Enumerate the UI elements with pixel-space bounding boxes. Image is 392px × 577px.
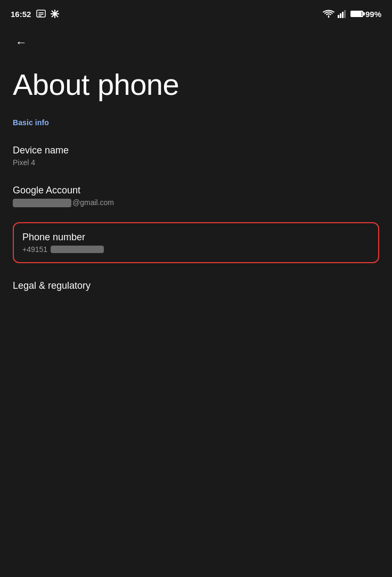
- back-arrow-icon: ←: [15, 36, 27, 50]
- page-title-section: About phone: [0, 64, 392, 118]
- svg-rect-3: [38, 15, 42, 17]
- email-suffix: @gmail.com: [72, 198, 114, 207]
- phone-prefix: +49151: [22, 245, 47, 254]
- sim-icon: [36, 10, 46, 18]
- device-name-title: Device name: [13, 145, 379, 156]
- email-blurred: [13, 199, 71, 207]
- google-account-title: Google Account: [13, 185, 379, 196]
- status-icons-left: [36, 9, 60, 19]
- svg-rect-2: [38, 14, 44, 15]
- battery-icon: [350, 11, 363, 17]
- content: Basic info Device name Pixel 4 Google Ac…: [0, 118, 392, 263]
- svg-rect-6: [342, 12, 344, 18]
- device-name-item[interactable]: Device name Pixel 4: [13, 140, 379, 177]
- wifi-icon: [323, 10, 334, 18]
- google-account-item[interactable]: Google Account @gmail.com: [13, 180, 379, 218]
- phone-blurred: [51, 246, 104, 253]
- google-account-email: @gmail.com: [13, 198, 379, 207]
- svg-rect-7: [344, 10, 346, 18]
- status-time: 16:52: [11, 10, 31, 19]
- svg-rect-4: [338, 15, 339, 18]
- battery-percent: 99%: [365, 10, 381, 19]
- device-name-value: Pixel 4: [13, 158, 379, 167]
- status-bar: 16:52: [0, 0, 392, 26]
- battery-container: 99%: [350, 10, 381, 19]
- phone-number-title: Phone number: [22, 232, 370, 243]
- phone-number-value: +49151: [22, 245, 370, 254]
- svg-rect-5: [340, 13, 341, 18]
- legal-item[interactable]: Legal & regulatory: [13, 280, 379, 291]
- phone-number-item[interactable]: Phone number +49151: [13, 222, 379, 263]
- svg-rect-1: [38, 12, 44, 13]
- status-right: 99%: [323, 10, 381, 19]
- battery-fill: [352, 12, 362, 16]
- toolbar: ←: [0, 26, 392, 64]
- basic-info-section-label: Basic info: [13, 118, 379, 127]
- legal-section: Legal & regulatory: [0, 272, 392, 300]
- page-title: About phone: [13, 68, 379, 101]
- signal-icon: [338, 10, 347, 18]
- pinwheel-icon: [50, 9, 60, 19]
- back-button[interactable]: ←: [9, 30, 34, 55]
- status-left: 16:52: [11, 9, 60, 19]
